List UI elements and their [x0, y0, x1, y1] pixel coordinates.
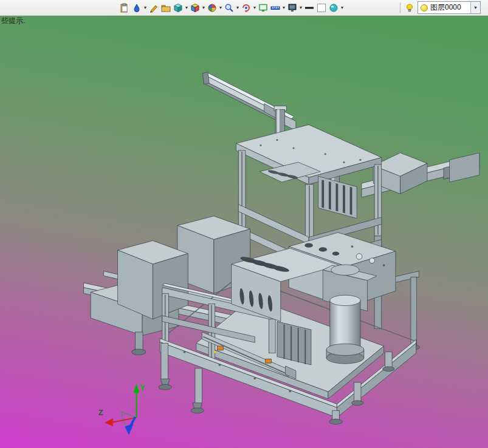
- visibility-icon[interactable]: [328, 2, 339, 13]
- ruler-icon[interactable]: [270, 2, 281, 13]
- layer-controls: 图层0000 ▾: [397, 1, 488, 14]
- dropdown-caret[interactable]: ▾: [340, 2, 345, 13]
- folder-icon[interactable]: [160, 2, 171, 13]
- layer-selector-value: 图层0000: [430, 2, 470, 13]
- dropdown-caret[interactable]: ▾: [235, 2, 240, 13]
- rotate-view-icon[interactable]: [241, 2, 252, 13]
- dropdown-caret[interactable]: ▾: [201, 2, 206, 13]
- line-width-icon[interactable]: [304, 2, 315, 13]
- color-dropper-icon[interactable]: [131, 2, 142, 13]
- model-canvas[interactable]: Y Z: [0, 16, 488, 448]
- dropdown-caret[interactable]: ▾: [281, 2, 286, 13]
- main-toolbar: ▾ ▾ ▾ ▾ ▾ ▾ ▾: [0, 0, 488, 16]
- z-axis-arrow: [125, 424, 133, 435]
- cube-icon[interactable]: [173, 2, 184, 13]
- material-cube-icon[interactable]: [190, 2, 201, 13]
- layer-selector[interactable]: 图层0000 ▾: [418, 1, 481, 14]
- coordinate-triad: Y Z: [98, 384, 145, 435]
- y-axis-arrow: [134, 384, 140, 393]
- viewport-3d[interactable]: 些提示.: [0, 16, 488, 448]
- palette-icon[interactable]: [207, 2, 218, 13]
- machine-model[interactable]: [84, 72, 479, 424]
- paste-icon[interactable]: [119, 2, 130, 13]
- pencil-icon[interactable]: [148, 2, 159, 13]
- layer-color-swatch: [421, 4, 428, 12]
- dropdown-caret[interactable]: ▾: [252, 2, 257, 13]
- toolbar-separator: [400, 2, 400, 13]
- hint-text: 些提示.: [1, 16, 25, 26]
- layer-dropdown-button[interactable]: ▾: [470, 2, 480, 13]
- dropdown-caret[interactable]: ▾: [143, 2, 148, 13]
- monitor-icon[interactable]: [287, 2, 298, 13]
- display-icon[interactable]: [258, 2, 269, 13]
- dropdown-caret[interactable]: ▾: [218, 2, 223, 13]
- cad-application-window: ▾ ▾ ▾ ▾ ▾ ▾ ▾: [0, 0, 488, 448]
- dropdown-caret[interactable]: ▾: [184, 2, 189, 13]
- z-axis-label: Z: [98, 409, 103, 417]
- conveyor-box-front: [118, 240, 188, 319]
- x-axis-arrow: [105, 418, 113, 427]
- background-icon[interactable]: [316, 2, 327, 13]
- light-icon[interactable]: [404, 2, 415, 13]
- y-axis-label: Y: [140, 384, 145, 392]
- zoom-icon[interactable]: [224, 2, 235, 13]
- dropdown-caret[interactable]: ▾: [298, 2, 303, 13]
